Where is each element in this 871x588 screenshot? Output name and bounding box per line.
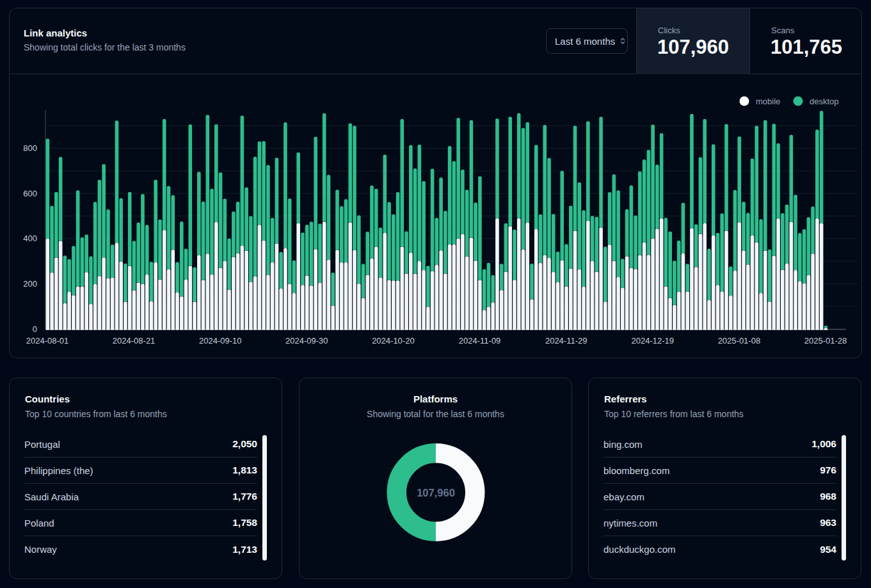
svg-text:2024-08-01: 2024-08-01 [26, 336, 69, 346]
svg-text:200: 200 [23, 279, 37, 289]
svg-text:2024-09-10: 2024-09-10 [199, 336, 242, 346]
svg-text:0: 0 [33, 324, 37, 334]
svg-text:mobile: mobile [756, 97, 780, 106]
svg-text:2024-11-09: 2024-11-09 [459, 336, 501, 346]
svg-text:2024-11-29: 2024-11-29 [545, 336, 587, 346]
svg-text:2025-01-28: 2025-01-28 [804, 336, 847, 346]
svg-text:desktop: desktop [810, 97, 839, 106]
svg-text:2024-09-30: 2024-09-30 [285, 336, 328, 346]
svg-text:800: 800 [23, 143, 37, 153]
svg-text:400: 400 [23, 234, 37, 243]
svg-text:2024-12-19: 2024-12-19 [632, 336, 675, 346]
svg-text:107,960: 107,960 [417, 487, 455, 498]
svg-text:2024-08-21: 2024-08-21 [113, 336, 156, 346]
svg-text:600: 600 [23, 189, 37, 198]
svg-text:2024-10-20: 2024-10-20 [372, 336, 415, 346]
svg-text:2025-01-08: 2025-01-08 [718, 336, 761, 346]
